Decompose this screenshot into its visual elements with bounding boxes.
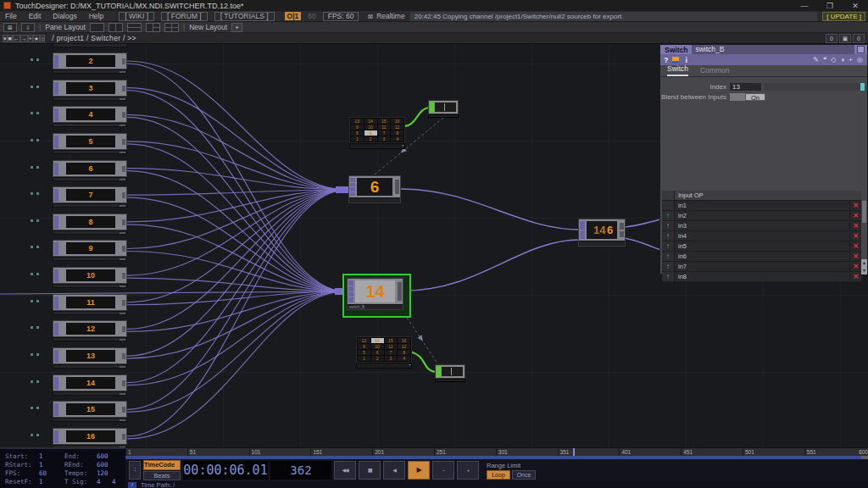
info-value[interactable]: 60 xyxy=(39,469,64,477)
index-param-slider[interactable] xyxy=(764,83,865,91)
input-op-row-in5[interactable]: ↑ in5 ✕ xyxy=(662,241,861,252)
selector-cell-15[interactable]: 15 xyxy=(378,119,391,124)
toggle-slot[interactable] xyxy=(730,93,745,101)
color-wheel-icon[interactable]: ◑ xyxy=(841,56,845,64)
link-button-2[interactable]: [ TUTORIALS ] xyxy=(214,12,275,21)
eraser-icon[interactable]: ◇ xyxy=(831,56,836,64)
input-op-name[interactable]: in7 xyxy=(675,262,850,271)
output-connector[interactable] xyxy=(122,112,125,118)
selector-cell-2[interactable]: 2 xyxy=(364,136,377,141)
add-layout-button[interactable]: + xyxy=(231,23,242,32)
input-top-node-7[interactable]: 7 xyxy=(53,186,127,208)
selector-cell-14[interactable]: 14 xyxy=(364,119,377,124)
info-button[interactable]: i xyxy=(686,56,688,64)
move-up-icon[interactable] xyxy=(662,201,675,210)
output-connector[interactable] xyxy=(398,282,402,301)
current-op-button[interactable]: ■ xyxy=(8,35,13,42)
home-button[interactable]: ⌂ xyxy=(40,35,45,42)
input-op-row-in1[interactable]: in1 ✕ xyxy=(662,201,861,211)
input-op-name[interactable]: in2 xyxy=(675,211,850,220)
pause-button[interactable]: ▮▮ xyxy=(359,461,381,480)
delete-row-icon[interactable]: ✕ xyxy=(850,273,861,280)
update-button[interactable]: [ UPDATE ] xyxy=(822,12,865,21)
input-op-row-in4[interactable]: ↑ in4 ✕ xyxy=(662,231,861,241)
language-icon[interactable] xyxy=(672,57,679,64)
input-op-name[interactable]: in5 xyxy=(675,241,850,251)
input-op-row-in7[interactable]: ↑ in7 ✕ xyxy=(662,262,861,272)
collapse-icon[interactable]: ⇩ xyxy=(21,23,35,32)
once-button[interactable]: Once xyxy=(512,470,536,480)
selector-cell-12[interactable]: 12 xyxy=(391,125,403,130)
move-up-icon[interactable]: ↑ xyxy=(662,241,675,251)
edit-expression-icon[interactable]: ✎ xyxy=(813,56,819,64)
move-up-icon[interactable]: ↑ xyxy=(662,231,675,241)
output-connector[interactable] xyxy=(122,273,125,279)
add-parameter-icon[interactable]: + xyxy=(849,56,853,64)
toggle-on-button[interactable]: On xyxy=(745,93,765,101)
menu-edit[interactable]: Edit xyxy=(29,12,42,20)
selector-grid-b[interactable]: 13141516910111256781234▾ xyxy=(356,336,412,369)
target-icon[interactable]: ◎ xyxy=(857,56,863,64)
table-scrollbar[interactable]: ▲ ▼ xyxy=(861,200,867,274)
move-up-icon[interactable]: ↑ xyxy=(662,211,675,220)
input-op-row-in8[interactable]: ↑ in8 ✕ xyxy=(662,272,861,282)
time-path-icon[interactable]: / xyxy=(128,482,136,488)
output-connector[interactable] xyxy=(122,58,125,64)
close-button[interactable]: ✕ xyxy=(843,2,868,10)
blend-toggle[interactable]: On xyxy=(730,93,765,101)
move-up-icon[interactable]: ↑ xyxy=(662,252,675,261)
link-button-0[interactable]: [ WIKI ] xyxy=(119,12,154,21)
input-top-node-6[interactable]: 6 xyxy=(53,160,127,182)
step-back-button[interactable]: − xyxy=(432,461,454,480)
input-op-row-in3[interactable]: ↑ in3 ✕ xyxy=(662,221,861,231)
back-button[interactable]: ← xyxy=(13,35,20,42)
param-tab-common[interactable]: Common xyxy=(700,66,729,76)
selector-grid-a[interactable]: 13141516910111256781234▾ xyxy=(349,117,405,149)
selector-cell-6[interactable]: 6 xyxy=(364,130,377,136)
input-op-row-in6[interactable]: ↑ in6 ✕ xyxy=(662,252,861,262)
delete-row-icon[interactable]: ✕ xyxy=(850,252,861,260)
move-up-icon[interactable]: ↑ xyxy=(662,262,675,271)
input-op-name[interactable]: in8 xyxy=(675,272,850,281)
output-connector[interactable] xyxy=(122,300,125,306)
output-connector[interactable] xyxy=(395,180,399,194)
selector-cell-9[interactable]: 9 xyxy=(358,344,370,349)
selector-cell-15[interactable]: 15 xyxy=(385,338,398,343)
window-placement-icon[interactable]: ⊠ xyxy=(3,23,17,32)
index-param-value[interactable]: 13 xyxy=(730,83,761,91)
move-up-icon[interactable]: ↑ xyxy=(662,272,675,281)
step-forward-button[interactable]: + xyxy=(457,461,479,480)
timecode-mode-button[interactable]: TimeCode xyxy=(143,460,181,470)
selector-cell-10[interactable]: 10 xyxy=(371,344,384,349)
delete-row-icon[interactable]: ✕ xyxy=(850,232,861,240)
param-tab-switch[interactable]: Switch xyxy=(667,64,688,76)
input-op-name[interactable]: in4 xyxy=(675,231,850,241)
selector-cell-10[interactable]: 10 xyxy=(364,125,377,130)
input-top-node-4[interactable]: 4 xyxy=(53,106,127,128)
selector-cell-1[interactable]: 1 xyxy=(358,356,370,361)
add-bookmark-button[interactable]: + xyxy=(28,35,33,42)
output-connector[interactable] xyxy=(122,192,125,198)
null-chop-b[interactable] xyxy=(435,364,465,383)
input-top-node-15[interactable]: 15 xyxy=(53,401,127,423)
output-top-node[interactable]: 14 6 xyxy=(578,219,626,247)
scroll-up-button[interactable]: ▲ xyxy=(861,259,867,267)
selector-cell-16[interactable]: 16 xyxy=(398,338,410,343)
selector-cell-13[interactable]: 13 xyxy=(358,338,370,343)
input-top-node-13[interactable]: 13 xyxy=(53,347,127,369)
play-reverse-button[interactable]: ◀ xyxy=(383,461,405,480)
pane-zero-button[interactable]: 0 xyxy=(826,34,837,43)
menu-file[interactable]: File xyxy=(5,12,17,20)
delete-row-icon[interactable]: ✕ xyxy=(850,222,861,230)
output-connector[interactable] xyxy=(122,407,125,413)
op-name-field[interactable]: switch_B xyxy=(692,45,854,54)
input-top-node-10[interactable]: 10 xyxy=(53,267,127,289)
menu-help[interactable]: Help xyxy=(89,12,103,20)
null-chop-a[interactable] xyxy=(428,100,459,119)
selector-cell-14[interactable]: 14 xyxy=(371,338,384,343)
play-button[interactable]: ▶ xyxy=(408,461,430,480)
output-connector[interactable] xyxy=(122,86,125,92)
selector-cell-5[interactable]: 5 xyxy=(351,130,364,136)
output-connector[interactable] xyxy=(620,223,624,237)
selector-cell-7[interactable]: 7 xyxy=(385,350,398,355)
